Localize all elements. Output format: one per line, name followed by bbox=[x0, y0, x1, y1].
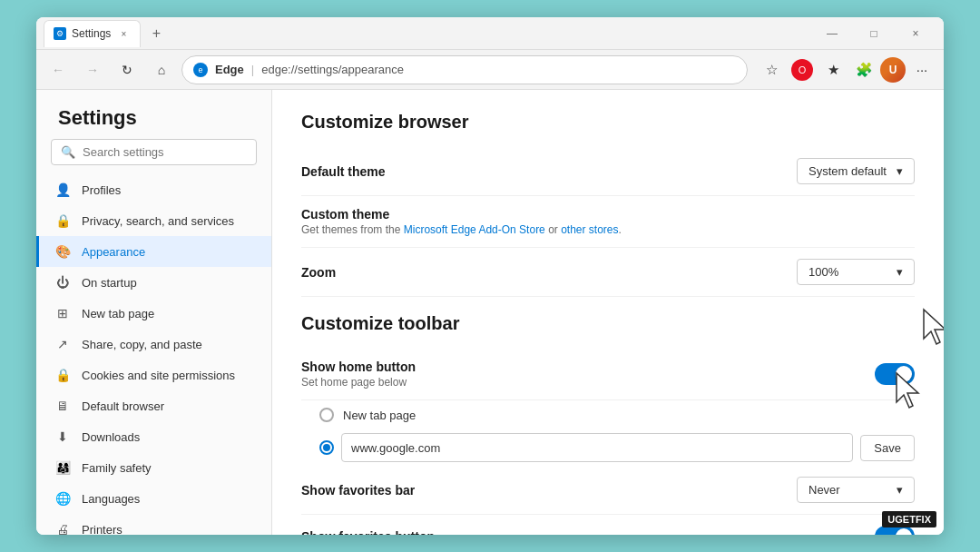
new-tab-radio-option[interactable]: New tab page bbox=[301, 400, 915, 429]
search-input[interactable] bbox=[83, 145, 247, 159]
family-icon: 👨‍👩‍👧 bbox=[54, 459, 71, 476]
sidebar-item-appearance[interactable]: 🎨 Appearance bbox=[36, 236, 271, 267]
back-button[interactable]: ← bbox=[44, 55, 73, 84]
profiles-icon: 👤 bbox=[54, 182, 71, 198]
sidebar-item-privacy[interactable]: 🔒 Privacy, search, and services bbox=[36, 205, 271, 236]
custom-theme-label: Custom theme bbox=[301, 207, 622, 222]
languages-icon: 🌐 bbox=[54, 490, 71, 507]
new-tab-radio[interactable] bbox=[319, 408, 334, 422]
show-favorites-button-toggle-knob bbox=[896, 528, 912, 535]
default-theme-row: Default theme System default ▾ bbox=[301, 147, 915, 196]
sidebar-item-profiles[interactable]: 👤 Profiles bbox=[36, 174, 271, 205]
sidebar-item-defaultbrowser[interactable]: 🖥 Default browser bbox=[36, 390, 271, 421]
main-content: Settings 🔍 👤 Profiles 🔒 Privacy, search,… bbox=[36, 90, 944, 535]
show-home-toggle[interactable] bbox=[875, 363, 915, 385]
home-url-input[interactable] bbox=[341, 433, 853, 462]
show-home-info: Show home button Set home page below bbox=[301, 360, 416, 389]
cursor-2 bbox=[920, 308, 944, 348]
show-favorites-bar-label: Show favorites bar bbox=[301, 483, 415, 498]
maximize-button[interactable]: □ bbox=[853, 17, 895, 50]
addon-store-link[interactable]: Microsoft Edge Add-On Store bbox=[404, 223, 545, 236]
save-url-button[interactable]: Save bbox=[860, 435, 915, 461]
new-tab-radio-label: New tab page bbox=[343, 409, 416, 422]
search-icon: 🔍 bbox=[61, 145, 75, 159]
downloads-label: Downloads bbox=[82, 430, 140, 444]
custom-theme-info: Custom theme Get themes from the Microso… bbox=[301, 207, 622, 236]
settings-tab[interactable]: ⚙ Settings × bbox=[44, 20, 141, 47]
defaultbrowser-icon: 🖥 bbox=[54, 398, 71, 414]
custom-theme-row: Custom theme Get themes from the Microso… bbox=[301, 196, 915, 248]
sidebar-item-startup[interactable]: ⏻ On startup bbox=[36, 267, 271, 298]
appearance-label: Appearance bbox=[82, 245, 145, 259]
show-home-sublabel: Set home page below bbox=[301, 376, 416, 389]
zoom-value: 100% bbox=[808, 265, 838, 279]
favorites-bar-chevron: ▾ bbox=[897, 483, 903, 497]
newtab-icon: ⊞ bbox=[54, 305, 71, 321]
section2-title: Customize toolbar bbox=[301, 313, 915, 334]
share-label: Share, copy, and paste bbox=[82, 338, 202, 351]
privacy-label: Privacy, search, and services bbox=[82, 214, 234, 228]
share-icon: ↗ bbox=[54, 336, 71, 352]
red-circle-icon[interactable]: O bbox=[791, 59, 813, 81]
zoom-dropdown[interactable]: 100% ▾ bbox=[797, 259, 915, 285]
url-radio-row: Save bbox=[301, 429, 915, 466]
new-tab-button[interactable]: + bbox=[144, 22, 168, 45]
family-label: Family safety bbox=[82, 461, 152, 475]
profile-avatar[interactable]: U bbox=[880, 57, 906, 83]
tab-label: Settings bbox=[72, 27, 111, 40]
newtab-label: New tab page bbox=[82, 307, 154, 320]
refresh-button[interactable]: ↻ bbox=[113, 55, 142, 84]
address-bar: ← → ↻ ⌂ e Edge | edge://settings/appeara… bbox=[36, 50, 944, 90]
show-home-label: Show home button bbox=[301, 360, 416, 374]
cookies-icon: 🔒 bbox=[54, 367, 71, 383]
collections-icon[interactable]: ★ bbox=[818, 55, 848, 84]
sidebar-item-share[interactable]: ↗ Share, copy, and paste bbox=[36, 329, 271, 360]
settings-content: Customize browser Default theme System d… bbox=[272, 90, 944, 535]
svg-marker-1 bbox=[924, 310, 944, 344]
watermark: UGETFIX bbox=[882, 511, 936, 527]
default-theme-dropdown[interactable]: System default ▾ bbox=[797, 158, 915, 184]
extensions-icon[interactable]: 🧩 bbox=[849, 55, 878, 84]
dropdown-chevron: ▾ bbox=[897, 164, 903, 178]
printers-label: Printers bbox=[82, 523, 122, 536]
more-button[interactable]: ··· bbox=[907, 55, 936, 84]
printers-icon: 🖨 bbox=[54, 521, 71, 535]
close-button[interactable]: × bbox=[895, 17, 936, 50]
default-theme-value: System default bbox=[808, 164, 887, 178]
sidebar-item-family[interactable]: 👨‍👩‍👧 Family safety bbox=[36, 452, 271, 483]
sidebar-item-languages[interactable]: 🌐 Languages bbox=[36, 483, 271, 514]
downloads-icon: ⬇ bbox=[54, 429, 71, 445]
favorites-icon[interactable]: ☆ bbox=[757, 55, 786, 84]
url-separator: | bbox=[251, 63, 254, 76]
forward-button[interactable]: → bbox=[78, 55, 107, 84]
custom-theme-desc: Get themes from the Microsoft Edge Add-O… bbox=[301, 223, 622, 236]
other-stores-link[interactable]: other stores bbox=[561, 223, 618, 236]
show-favorites-bar-dropdown[interactable]: Never ▾ bbox=[797, 477, 915, 503]
url-radio[interactable] bbox=[319, 440, 334, 455]
sidebar-item-printers[interactable]: 🖨 Printers bbox=[36, 514, 271, 535]
profiles-label: Profiles bbox=[82, 183, 121, 197]
window-controls: — □ × bbox=[811, 17, 936, 50]
tab-close-btn[interactable]: × bbox=[116, 26, 131, 41]
title-bar: ⚙ Settings × + — □ × bbox=[36, 17, 944, 50]
startup-icon: ⏻ bbox=[54, 274, 71, 291]
show-home-row: Show home button Set home page below bbox=[301, 349, 915, 400]
show-favorites-button-row: Show favorites button bbox=[301, 515, 915, 535]
minimize-button[interactable]: — bbox=[811, 17, 853, 50]
home-button[interactable]: ⌂ bbox=[147, 55, 176, 84]
url-text: edge://settings/appearance bbox=[261, 63, 404, 76]
default-theme-label: Default theme bbox=[301, 164, 386, 179]
zoom-row: Zoom 100% ▾ bbox=[301, 248, 915, 297]
tab-icon: ⚙ bbox=[54, 27, 66, 40]
startup-label: On startup bbox=[82, 276, 137, 290]
url-bar[interactable]: e Edge | edge://settings/appearance bbox=[181, 55, 748, 84]
search-box[interactable]: 🔍 bbox=[51, 139, 257, 165]
sidebar-title: Settings bbox=[36, 90, 271, 139]
sidebar-item-downloads[interactable]: ⬇ Downloads bbox=[36, 421, 271, 452]
sidebar-item-cookies[interactable]: 🔒 Cookies and site permissions bbox=[36, 360, 271, 390]
defaultbrowser-label: Default browser bbox=[82, 399, 164, 413]
sidebar-item-newtab[interactable]: ⊞ New tab page bbox=[36, 298, 271, 329]
show-favorites-bar-row: Show favorites bar Never ▾ bbox=[301, 466, 915, 515]
show-home-toggle-knob bbox=[896, 366, 912, 382]
opera-icon[interactable]: O bbox=[788, 55, 817, 84]
